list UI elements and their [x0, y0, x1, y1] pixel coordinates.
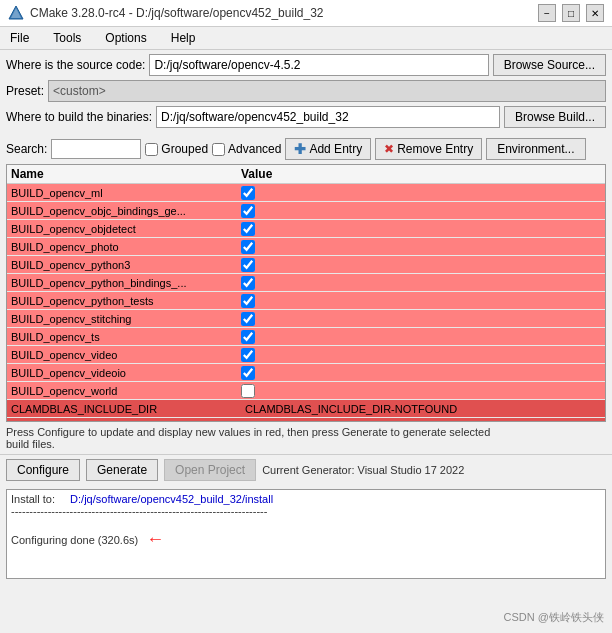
title-controls: − □ ✕: [538, 4, 604, 22]
row-name: BUILD_opencv_objdetect: [11, 223, 241, 235]
search-input[interactable]: [51, 139, 141, 159]
advanced-checkbox[interactable]: [212, 143, 225, 156]
install-path: D:/jq/software/opencv452_build_32/instal…: [70, 493, 273, 505]
title-bar: CMake 3.28.0-rc4 - D:/jq/software/opencv…: [0, 0, 612, 27]
row-value[interactable]: [241, 258, 601, 272]
search-label: Search:: [6, 142, 47, 156]
window-title: CMake 3.28.0-rc4 - D:/jq/software/opencv…: [30, 6, 324, 20]
row-value[interactable]: ←: [241, 384, 601, 398]
row-name: BUILD_opencv_photo: [11, 241, 241, 253]
row-value[interactable]: [241, 222, 601, 236]
remove-entry-label: Remove Entry: [397, 142, 473, 156]
table-row: BUILD_opencv_python3: [7, 256, 605, 274]
table-row: BUILD_opencv_videoio: [7, 364, 605, 382]
watermark: CSDN @铁岭铁头侠: [504, 610, 604, 625]
grouped-label: Grouped: [161, 142, 208, 156]
add-entry-label: Add Entry: [309, 142, 362, 156]
output-line: Install to: D:/jq/software/opencv452_bui…: [11, 493, 601, 505]
x-icon: ✖: [384, 142, 394, 156]
table-row: BUILD_opencv_stitching: [7, 310, 605, 328]
value-header: Value: [241, 167, 585, 181]
row-value[interactable]: [241, 330, 601, 344]
configure-button[interactable]: Configure: [6, 459, 80, 481]
table-header: Name Value: [7, 165, 605, 184]
row-name: BUILD_opencv_objc_bindings_ge...: [11, 205, 241, 217]
configuring-arrow: ←: [146, 529, 164, 550]
table-row: BUILD_opencv_photo: [7, 238, 605, 256]
row-value[interactable]: [241, 240, 601, 254]
row-name: BUILD_opencv_ml: [11, 187, 241, 199]
row-name: BUILD_opencv_video: [11, 349, 241, 361]
menu-help[interactable]: Help: [165, 29, 202, 47]
form-area: Where is the source code: Browse Source.…: [0, 50, 612, 136]
row-value[interactable]: [241, 366, 601, 380]
status-text: Press Configure to update and display ne…: [0, 422, 612, 454]
table-row: BUILD_opencv_ml: [7, 184, 605, 202]
table-row: BUILD_opencv_video: [7, 346, 605, 364]
menu-options[interactable]: Options: [99, 29, 152, 47]
configuring-text: Configuring done (320.6s): [11, 534, 138, 546]
table-row: CLAMDBLAS_INCLUDE_DIR CLAMDBLAS_INCLUDE_…: [7, 400, 605, 418]
install-label: Install to:: [11, 493, 55, 505]
environment-button[interactable]: Environment...: [486, 138, 585, 160]
open-project-button[interactable]: Open Project: [164, 459, 256, 481]
table-row: BUILD_opencv_world ←: [7, 382, 605, 400]
status-message: Press Configure to update and display ne…: [6, 426, 490, 450]
row-name: CLAMDBLAS_INCLUDE_DIR: [11, 403, 241, 415]
advanced-checkbox-label[interactable]: Advanced: [212, 142, 281, 156]
minimize-button[interactable]: −: [538, 4, 556, 22]
grouped-checkbox[interactable]: [145, 143, 158, 156]
row-value[interactable]: [241, 348, 601, 362]
browse-build-button[interactable]: Browse Build...: [504, 106, 606, 128]
table-row: BUILD_opencv_objc_bindings_ge...: [7, 202, 605, 220]
row-value[interactable]: [241, 276, 601, 290]
generate-button[interactable]: Generate: [86, 459, 158, 481]
row-name: BUILD_opencv_videoio: [11, 367, 241, 379]
preset-label: Preset:: [6, 84, 44, 98]
preset-input[interactable]: [48, 80, 606, 102]
maximize-button[interactable]: □: [562, 4, 580, 22]
configuring-line: Configuring done (320.6s) ←: [11, 529, 601, 550]
table-row: BUILD_opencv_objdetect: [7, 220, 605, 238]
row-value[interactable]: [241, 294, 601, 308]
row-value[interactable]: [241, 312, 601, 326]
advanced-label: Advanced: [228, 142, 281, 156]
output-blank: [11, 517, 601, 529]
build-row: Where to build the binaries: Browse Buil…: [6, 106, 606, 128]
plus-icon: ✚: [294, 141, 306, 157]
close-button[interactable]: ✕: [586, 4, 604, 22]
browse-source-button[interactable]: Browse Source...: [493, 54, 606, 76]
search-row: Search: Grouped Advanced ✚ Add Entry ✖ R…: [0, 136, 612, 164]
cmake-icon: [8, 5, 24, 21]
menu-bar: File Tools Options Help: [0, 27, 612, 50]
menu-tools[interactable]: Tools: [47, 29, 87, 47]
row-value[interactable]: [241, 186, 601, 200]
name-header: Name: [11, 167, 241, 181]
row-name: BUILD_opencv_ts: [11, 331, 241, 343]
source-label: Where is the source code:: [6, 58, 145, 72]
title-left: CMake 3.28.0-rc4 - D:/jq/software/opencv…: [8, 5, 324, 21]
row-name: BUILD_opencv_python_bindings_...: [11, 277, 241, 289]
table-row: BUILD_opencv_python_bindings_...: [7, 274, 605, 292]
row-name: BUILD_opencv_python3: [11, 259, 241, 271]
table-row: BUILD_opencv_python_tests: [7, 292, 605, 310]
grouped-checkbox-label[interactable]: Grouped: [145, 142, 208, 156]
build-label: Where to build the binaries:: [6, 110, 152, 124]
output-area: Install to: D:/jq/software/opencv452_bui…: [6, 489, 606, 579]
menu-file[interactable]: File: [4, 29, 35, 47]
row-name: BUILD_opencv_world: [11, 385, 241, 397]
row-name: BUILD_opencv_stitching: [11, 313, 241, 325]
table-row: BUILD_opencv_ts: [7, 328, 605, 346]
add-entry-button[interactable]: ✚ Add Entry: [285, 138, 371, 160]
row-name: BUILD_opencv_python_tests: [11, 295, 241, 307]
output-dashes: ----------------------------------------…: [11, 505, 601, 517]
preset-row: Preset:: [6, 80, 606, 102]
generator-text: Current Generator: Visual Studio 17 2022: [262, 464, 464, 476]
build-input[interactable]: [156, 106, 500, 128]
cmake-table: Name Value BUILD_opencv_ml BUILD_opencv_…: [6, 164, 606, 422]
source-row: Where is the source code: Browse Source.…: [6, 54, 606, 76]
row-value: CLAMDBLAS_INCLUDE_DIR-NOTFOUND: [241, 403, 601, 415]
remove-entry-button[interactable]: ✖ Remove Entry: [375, 138, 482, 160]
source-input[interactable]: [149, 54, 488, 76]
row-value[interactable]: [241, 204, 601, 218]
